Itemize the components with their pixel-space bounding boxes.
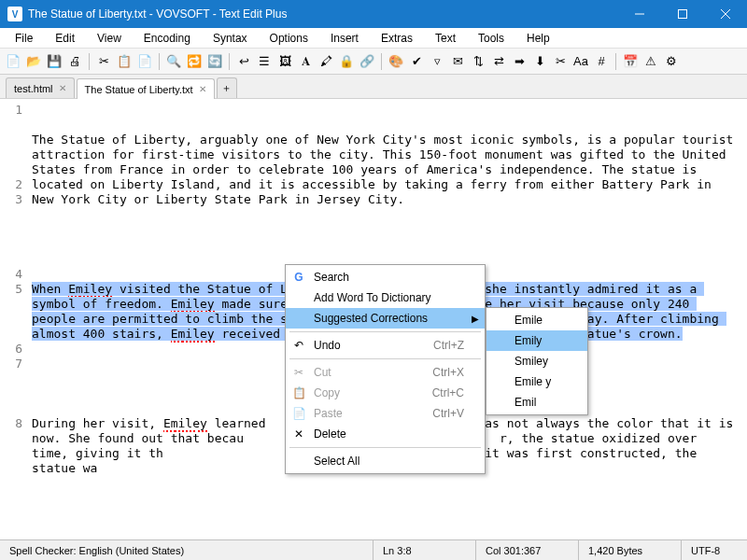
blank-line [32, 237, 740, 252]
new-tab-button[interactable]: ＋ [217, 77, 237, 98]
suggestion-emily[interactable]: Emily [486, 330, 587, 351]
image-icon[interactable]: 🖼 [275, 52, 294, 71]
menu-options[interactable]: Options [259, 30, 319, 47]
filter-icon[interactable]: ▿ [428, 52, 446, 71]
paste-icon[interactable]: 📄 [135, 52, 154, 71]
toolbar-separator [381, 53, 382, 70]
status-encoding: UTF-8 [682, 540, 747, 560]
status-spellchecker: Spell Checker: English (United States) [0, 540, 374, 560]
toolbar: 📄 📂 💾 🖨 ✂ 📋 📄 🔍 🔁 🔄 ↩ ☰ 🖼 𝐀 🖍 🔒 🔗 🎨 ✔ ▿ … [0, 49, 747, 75]
menu-edit[interactable]: Edit [44, 30, 86, 47]
line-number-gutter: 1 2 3 4 5 6 7 8 [0, 99, 28, 539]
titlebar: V The Statue of Liberty.txt - VOVSOFT - … [0, 0, 747, 28]
suggestion-smiley[interactable]: Smiley [486, 351, 587, 371]
submenu-arrow-icon: ▶ [472, 314, 479, 324]
font-icon[interactable]: 𝐀 [296, 52, 315, 71]
window-title: The Statue of Liberty.txt - VOVSOFT - Te… [28, 7, 618, 21]
menu-syntax[interactable]: Syntax [202, 30, 259, 47]
trim-icon[interactable]: ✂ [551, 52, 570, 71]
svg-rect-1 [679, 10, 687, 19]
suggestion-emil[interactable]: Emil [486, 392, 587, 413]
tab-close-icon[interactable]: ✕ [199, 84, 206, 94]
minimize-button[interactable] [618, 0, 661, 28]
menu-separator [289, 331, 481, 332]
find-icon[interactable]: 🔍 [164, 52, 183, 71]
stats-icon[interactable]: ✔ [407, 52, 426, 71]
paragraph: The Statue of Liberty, arguably one of N… [32, 133, 740, 207]
case-icon[interactable]: Aa [571, 52, 590, 71]
refresh-icon[interactable]: 🔄 [205, 52, 224, 71]
tab-test-html[interactable]: test.html ✕ [6, 77, 75, 98]
open-file-icon[interactable]: 📂 [24, 52, 43, 71]
tab-statue-of-liberty[interactable]: The Statue of Liberty.txt ✕ [77, 78, 215, 99]
copy-icon: 📋 [291, 386, 306, 399]
menu-tools[interactable]: Tools [467, 30, 515, 47]
menu-view[interactable]: View [86, 30, 133, 47]
menu-text[interactable]: Text [424, 30, 467, 47]
app-icon: V [7, 7, 22, 21]
compare-icon[interactable]: ⇄ [489, 52, 508, 71]
suggestion-emile-y[interactable]: Emile y [486, 371, 587, 392]
toolbar-separator [229, 53, 230, 70]
copy-icon[interactable]: 📋 [115, 52, 134, 71]
ctx-add-word[interactable]: Add Word To Dictionary [286, 287, 485, 308]
paste-icon: 📄 [291, 407, 306, 420]
ctx-delete[interactable]: ✕Delete [286, 424, 485, 444]
lock-icon[interactable]: 🔒 [337, 52, 356, 71]
menubar: File Edit View Encoding Syntax Options I… [0, 28, 747, 49]
tab-label: test.html [14, 83, 53, 94]
wordwrap-icon[interactable]: ↩ [234, 52, 253, 71]
menu-insert[interactable]: Insert [319, 30, 370, 47]
tab-close-icon[interactable]: ✕ [59, 83, 66, 93]
ctx-select-all[interactable]: Select All [286, 451, 485, 471]
menu-help[interactable]: Help [515, 30, 561, 47]
link-icon[interactable]: 🔗 [358, 52, 376, 71]
down-icon[interactable]: ⬇ [530, 52, 549, 71]
color-icon[interactable]: 🎨 [387, 52, 405, 71]
status-bytes: 1,420 Bytes [579, 540, 682, 560]
highlight-icon[interactable]: 🖍 [317, 52, 335, 71]
alert-icon[interactable]: ⚠ [641, 52, 660, 71]
window-controls [618, 0, 747, 28]
tab-label: The Statue of Liberty.txt [85, 84, 193, 95]
mail-icon[interactable]: ✉ [448, 52, 467, 71]
toolbar-separator [615, 53, 616, 70]
ctx-suggested-corrections[interactable]: Suggested Corrections▶ [286, 308, 485, 329]
indent-icon[interactable]: ☰ [255, 52, 274, 71]
arrow-icon[interactable]: ➡ [510, 52, 529, 71]
ctx-copy[interactable]: 📋CopyCtrl+C [286, 383, 485, 403]
context-menu[interactable]: GSearch Add Word To Dictionary Suggested… [285, 264, 486, 474]
menu-file[interactable]: File [4, 30, 44, 47]
ctx-paste[interactable]: 📄PasteCtrl+V [286, 403, 485, 424]
blank-line [32, 506, 740, 521]
status-line: Ln 3:8 [374, 540, 476, 560]
tab-bar: test.html ✕ The Statue of Liberty.txt ✕ … [0, 75, 747, 99]
settings-icon[interactable]: ⚙ [662, 52, 681, 71]
maximize-button[interactable] [661, 0, 704, 28]
cut-icon: ✂ [291, 366, 306, 379]
save-icon[interactable]: 💾 [45, 52, 63, 71]
menu-separator [289, 447, 481, 448]
menu-extras[interactable]: Extras [370, 30, 424, 47]
print-icon[interactable]: 🖨 [65, 52, 84, 71]
number-icon[interactable]: # [592, 52, 611, 71]
menu-separator [289, 358, 481, 359]
ctx-search[interactable]: GSearch [286, 267, 485, 287]
toolbar-separator [89, 53, 90, 70]
ctx-cut[interactable]: ✂CutCtrl+X [286, 362, 485, 383]
cut-icon[interactable]: ✂ [94, 52, 113, 71]
sort-icon[interactable]: ⇅ [469, 52, 487, 71]
replace-icon[interactable]: 🔁 [185, 52, 204, 71]
date-icon[interactable]: 📅 [621, 52, 640, 71]
menu-encoding[interactable]: Encoding [133, 30, 202, 47]
delete-icon: ✕ [291, 427, 306, 441]
google-icon: G [291, 271, 306, 284]
new-file-icon[interactable]: 📄 [4, 52, 22, 71]
ctx-undo[interactable]: ↶UndoCtrl+Z [286, 335, 485, 356]
status-col: Col 301:367 [476, 540, 579, 560]
close-button[interactable] [704, 0, 747, 28]
toolbar-separator [159, 53, 160, 70]
suggestions-submenu[interactable]: Emile Emily Smiley Emile y Emil [486, 307, 588, 415]
suggestion-emile[interactable]: Emile [486, 310, 587, 330]
status-bar: Spell Checker: English (United States) L… [0, 539, 747, 560]
